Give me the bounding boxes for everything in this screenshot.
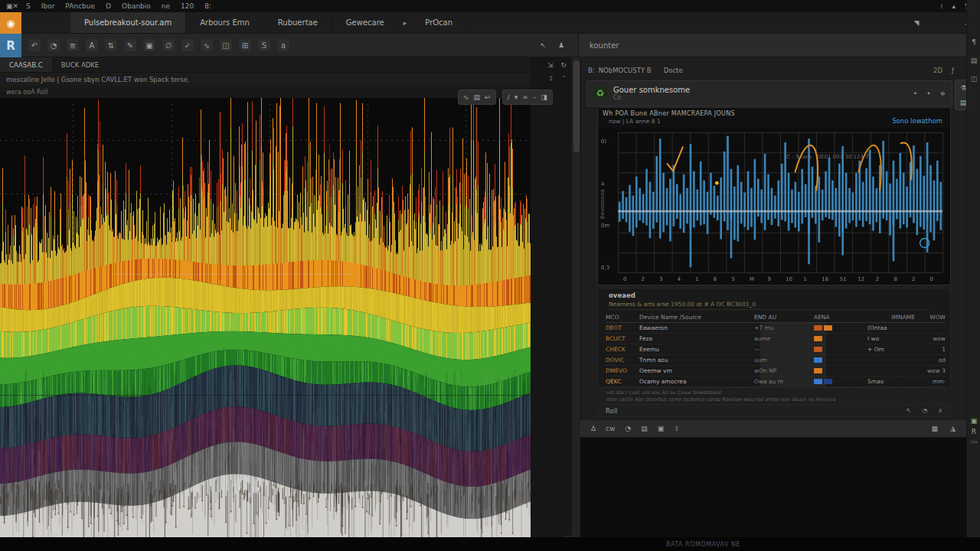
- badge-2d[interactable]: 2D: [933, 67, 942, 74]
- up-icon[interactable]: ↥: [549, 75, 554, 82]
- left-pane-tab-1[interactable]: BUCK ADKE: [52, 57, 109, 72]
- menu-item-4[interactable]: Obanbio: [122, 2, 151, 10]
- waveform-plot: [598, 128, 950, 285]
- edge-mid-icon-1[interactable]: R: [972, 428, 976, 435]
- plot-toolbar: ∿▤↩∕▾∞–◨: [458, 90, 553, 105]
- menu-item-3[interactable]: O: [106, 2, 111, 10]
- table-row[interactable]: BCUCTFezoaumeI wowow: [606, 334, 946, 344]
- console-tool-icon-2[interactable]: ◔: [625, 425, 631, 432]
- toolbar-run-icon[interactable]: ∅: [162, 38, 175, 52]
- console-toolbar: ∆cw◔▤▣⇧▦◮: [580, 419, 966, 438]
- toolbar-edit-icon[interactable]: ✎: [123, 38, 137, 52]
- table-row[interactable]: DOVICTnmn aouuumod: [606, 355, 946, 366]
- left-pane-tab-0[interactable]: CAASAB.C: [0, 57, 52, 72]
- editor-tab-0[interactable]: Pulsebreakout-sour.am: [70, 12, 186, 33]
- row-col6: 1: [915, 346, 946, 353]
- console-area[interactable]: [580, 438, 966, 537]
- card-side-icon-1[interactable]: ▤: [960, 99, 967, 106]
- card-side-icon-0[interactable]: ⚗: [960, 84, 966, 92]
- edge-mid-icons: ▣Rvia: [967, 417, 980, 444]
- toolbar-target-icon[interactable]: ▣: [142, 38, 156, 52]
- menu-item-1[interactable]: Ibor: [41, 2, 55, 10]
- table-note-1: oton uecte Aon otsorbut comn bcdonco uor…: [606, 396, 943, 403]
- edge-icon-1[interactable]: ▤: [971, 57, 978, 64]
- menu-item-2[interactable]: PAncbue: [65, 2, 95, 10]
- source-card[interactable]: ♻ Gouer somknesome Co ••≑ ⚗▤: [586, 80, 952, 106]
- edge-mid-icon-0[interactable]: ▣: [971, 417, 978, 425]
- toolbar-grid-icon[interactable]: ⊞: [238, 38, 252, 52]
- plot-tool-icon-1-1[interactable]: ▾: [514, 93, 518, 101]
- toolbar-s-label-icon[interactable]: S: [257, 38, 271, 52]
- editor-tab-1[interactable]: Arbours Emn: [186, 12, 264, 33]
- vertical-scrollbar[interactable]: [571, 57, 580, 537]
- menu-item-7[interactable]: 8:: [204, 2, 211, 10]
- table-row[interactable]: DEOTEawaeron+7 mu(Ontaa: [606, 323, 946, 334]
- table-row[interactable]: DMEVOOeemw vmwOn NPwow 3: [606, 366, 946, 377]
- toolbar-cursor-icon[interactable]: ↖: [540, 41, 546, 49]
- edge-icon-2[interactable]: ◫: [971, 75, 978, 83]
- scrollbar-thumb[interactable]: [573, 60, 580, 152]
- console-tool-right-icon-0[interactable]: ▦: [932, 425, 939, 432]
- row-id: QEKC: [606, 378, 639, 385]
- editor-tab-2[interactable]: Rubuertae: [264, 12, 332, 33]
- refresh-icon[interactable]: ↻: [560, 61, 567, 69]
- toolbar-check-icon[interactable]: ✓: [181, 38, 194, 52]
- badge-fx-icon[interactable]: ƒ: [952, 67, 954, 74]
- plot-tool-icon-1-2[interactable]: ∞: [522, 93, 528, 101]
- editor-tab-3[interactable]: Gewecare: [332, 12, 399, 33]
- menu-item-0[interactable]: S: [26, 2, 31, 10]
- menu-item-5[interactable]: ne: [162, 2, 170, 10]
- dots-icon[interactable]: ⁞: [941, 2, 943, 10]
- toolbar-a-label-icon[interactable]: a: [276, 38, 290, 52]
- card-right-icon-1[interactable]: •: [926, 90, 930, 97]
- console-tool-icon-5[interactable]: ⇧: [674, 425, 680, 432]
- table-row[interactable]: CHECKEeemu—+ Om1: [606, 344, 946, 355]
- edge-icon-0[interactable]: ¶: [972, 38, 976, 46]
- toolbar-back-icon[interactable]: ↶: [28, 38, 41, 52]
- footer-icon-1[interactable]: ◔: [922, 407, 927, 414]
- toolbar-format-icon[interactable]: A: [85, 38, 99, 52]
- footer-icon-0[interactable]: ↖: [906, 407, 911, 414]
- toolbar-history-icon[interactable]: ◔: [47, 38, 60, 52]
- console-tool-icon-1[interactable]: cw: [606, 425, 615, 432]
- caret-icon[interactable]: ▴: [952, 2, 956, 10]
- console-tool-right-icon-1[interactable]: ◮: [950, 425, 956, 432]
- card-right-icon-2[interactable]: ≑: [939, 90, 946, 97]
- toolbar-segments-icon[interactable]: ≣: [66, 38, 80, 52]
- right-pane-tab-1[interactable]: Docte: [664, 67, 683, 74]
- console-tool-icon-3[interactable]: ▤: [641, 425, 648, 432]
- signal-icon[interactable]: ◥: [914, 19, 920, 27]
- window-icon[interactable]: ▣: [6, 2, 13, 10]
- toolbar-user-icon[interactable]: ♟: [558, 41, 564, 49]
- console-tool-icon-4[interactable]: ▣: [658, 425, 665, 432]
- table-row[interactable]: QEKCOcamy amocreaOwa au mSmaomm-: [606, 377, 946, 387]
- chart-link[interactable]: Sono lowathom: [892, 117, 942, 125]
- plot-tool-icon-0-2[interactable]: ↩: [485, 93, 491, 101]
- toolbar-panes-icon[interactable]: ◫: [219, 38, 233, 52]
- left-pane-tabs: CAASAB.CBUCK ADKE: [0, 57, 531, 73]
- project-icon[interactable]: ◉: [0, 12, 21, 34]
- plot-tool-icon-0-0[interactable]: ∿: [463, 93, 469, 101]
- plot-tool-icon-1-0[interactable]: ∕: [508, 93, 510, 101]
- more-icon[interactable]: ⌃: [561, 75, 567, 82]
- plot-tool-icon-1-4[interactable]: ◨: [541, 93, 547, 101]
- close-icon[interactable]: ✕: [13, 2, 19, 10]
- plot-tool-icon-1-3[interactable]: –: [533, 93, 537, 101]
- right-pane-tab-icon-0: B:: [588, 67, 595, 74]
- color-chip: [814, 357, 822, 363]
- toolbar-wave-icon[interactable]: ∿: [200, 38, 214, 52]
- menu-item-6[interactable]: 120: [181, 2, 194, 10]
- main-toolbar: R ↶◔≣A⇅✎▣∅✓∿◫⊞Sa ↖♟: [0, 34, 578, 57]
- card-right-icon-0[interactable]: •: [913, 90, 917, 97]
- footer-icon-2[interactable]: ∧: [938, 407, 942, 414]
- plot-tool-icon-0-1[interactable]: ▤: [474, 93, 481, 101]
- export-icon[interactable]: ⇲: [547, 61, 554, 69]
- toolbar-sync-icon[interactable]: ⇅: [104, 38, 118, 52]
- editor-tabbar: ◉ Pulsebreakout-sour.amArbours EmnRubuer…: [0, 12, 980, 34]
- editor-tab-4[interactable]: PrOcan: [411, 12, 467, 33]
- right-pane-tab-0[interactable]: B:NObMOCUSTY B: [588, 67, 652, 74]
- addins-bar[interactable]: kounter: [578, 34, 966, 57]
- row-chips: [814, 347, 867, 352]
- footer-icons: ↖◔∧: [906, 407, 942, 414]
- console-tool-icon-0[interactable]: ∆: [591, 425, 596, 432]
